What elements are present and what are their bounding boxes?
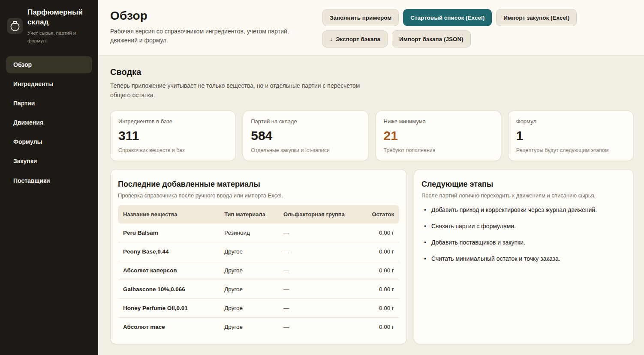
bottom-panels: Последние добавленные материалы Проверка… [110,169,634,344]
material-type: Другое [219,261,278,280]
material-type: Резиноид [219,224,278,242]
stat-value: 21 [384,128,493,143]
material-name: Peru Balsam [118,224,219,242]
stat-card-batches: Партий на складе 584 Отдельные закупки и… [243,110,368,161]
material-name: Galbascone 10%,0.066 [118,280,219,299]
page-header-text: Обзор Рабочая версия со справочником инг… [110,9,304,48]
table-row: Galbascone 10%,0.066 Другое — 0.00 г [118,280,399,299]
material-name: Абсолют каперсов [118,261,219,280]
material-olfactory-group: — [278,318,357,337]
next-steps-subtitle: После партий логично переходить к движен… [421,192,626,199]
app-title-block: Парфюмерный склад Учет сырья, партий и ф… [27,7,91,45]
sidebar-item[interactable]: Поставщики [6,172,92,189]
column-header-type: Тип материала [219,205,278,224]
materials-table-head: Название вещества Тип материала Ольфакто… [118,205,399,224]
table-row: Абсолют mace Другое — 0.00 г [118,318,399,337]
app-brand: Парфюмерный склад Учет сырья, партий и ф… [6,6,92,55]
material-stock: 0.00 г [357,280,399,299]
material-type: Другое [219,318,278,337]
app-title: Парфюмерный склад [27,7,91,27]
sidebar-item[interactable]: Ингредиенты [6,75,92,92]
materials-table: Название вещества Тип материала Ольфакто… [118,205,399,336]
page-title: Обзор [110,9,304,23]
starter-list-excel-button[interactable]: Стартовый список (Excel) [403,9,492,26]
materials-title: Последние добавленные материалы [118,180,399,189]
stat-label: Ниже минимума [384,118,493,125]
download-icon: ↓ [330,36,333,42]
stat-value: 311 [118,128,228,143]
material-name: Peony Base,0.44 [118,242,219,261]
export-backup-label: Экспорт бэкапа [336,36,380,42]
stat-card-below-minimum: Ниже минимума 21 Требуют пополнения [376,110,501,161]
sidebar-item[interactable]: Движения [6,114,92,131]
header-actions: Заполнить примером Стартовый список (Exc… [322,9,623,48]
material-type: Другое [219,242,278,261]
recent-materials-panel: Последние добавленные материалы Проверка… [110,169,407,344]
material-olfactory-group: — [278,242,357,261]
stat-note: Требуют пополнения [384,147,493,153]
material-type: Другое [219,299,278,318]
sidebar-item[interactable]: Формулы [6,133,92,150]
material-olfactory-group: — [278,299,357,318]
main-area: Обзор Рабочая версия со справочником инг… [98,0,644,355]
table-row: Honey Perfume Oil,0.01 Другое — 0.00 г [118,299,399,318]
page-header: Обзор Рабочая версия со справочником инг… [98,0,644,56]
stat-cards-row: Ингредиентов в базе 311 Справочник вещес… [110,110,634,161]
next-steps-title: Следующие этапы [421,180,626,189]
sidebar-item-label: Движения [13,119,43,126]
sidebar-item-label: Обзор [13,61,32,68]
material-stock: 0.00 г [357,224,399,242]
table-row: Абсолют каперсов Другое — 0.00 г [118,261,399,280]
summary-section: Сводка Теперь приложение учитывает не то… [110,67,634,161]
fill-example-button[interactable]: Заполнить примером [322,9,399,26]
material-stock: 0.00 г [357,318,399,337]
export-backup-button[interactable]: ↓ Экспорт бэкапа [322,30,388,48]
app-subtitle: Учет сырья, партий и формул [27,30,91,45]
summary-title: Сводка [110,67,634,77]
next-steps-list: Добавить приход и корректировки через жу… [421,206,626,263]
stat-card-formulas: Формул 1 Рецептуры будут следующим этапо… [508,110,634,161]
material-olfactory-group: — [278,261,357,280]
stat-note: Рецептуры будут следующим этапом [516,147,626,153]
material-type: Другое [219,280,278,299]
material-name: Абсолют mace [118,318,219,337]
stat-note: Справочник веществ и баз [118,147,228,153]
stat-label: Партий на складе [251,118,360,125]
material-stock: 0.00 г [357,261,399,280]
sidebar-item[interactable]: Обзор [6,56,92,73]
sidebar-item-label: Формулы [13,138,42,145]
import-backup-json-button[interactable]: Импорт бэкапа (JSON) [392,30,471,48]
import-purchases-excel-button[interactable]: Импорт закупок (Excel) [496,9,577,26]
stat-value: 584 [251,128,360,143]
stat-value: 1 [516,128,626,143]
materials-table-body: Peru Balsam Резиноид — 0.00 г Peony Base… [118,224,399,336]
column-header-stock: Остаток [357,205,399,224]
summary-subtitle: Теперь приложение учитывает не только ве… [110,81,372,100]
sidebar-item-label: Закупки [13,158,37,164]
stat-label: Ингредиентов в базе [118,118,228,125]
material-olfactory-group: — [278,280,357,299]
list-item: Считать минимальный остаток и точку зака… [424,255,626,263]
list-item: Связать партии с формулами. [424,222,626,230]
sidebar: Парфюмерный склад Учет сырья, партий и ф… [0,0,98,355]
sidebar-item-label: Ингредиенты [13,81,53,87]
page-subtitle: Рабочая версия со справочником ингредиен… [110,27,304,45]
sidebar-item-label: Поставщики [13,177,50,184]
stat-note: Отдельные закупки и lot-записи [251,147,360,153]
material-olfactory-group: — [278,224,357,242]
material-stock: 0.00 г [357,299,399,318]
table-row: Peony Base,0.44 Другое — 0.00 г [118,242,399,261]
material-name: Honey Perfume Oil,0.01 [118,299,219,318]
stat-label: Формул [516,118,626,125]
column-header-group: Ольфакторная группа [278,205,357,224]
material-stock: 0.00 г [357,242,399,261]
sidebar-nav: Обзор Ингредиенты Партии Движения Формул… [6,56,92,189]
sidebar-item[interactable]: Партии [6,95,92,112]
list-item: Добавить поставщиков и закупки. [424,239,626,247]
sidebar-item-label: Партии [13,100,35,107]
stat-card-ingredients: Ингредиентов в базе 311 Справочник вещес… [110,110,236,161]
perfume-bottle-icon [7,18,23,34]
column-header-name: Название вещества [118,205,219,224]
next-steps-panel: Следующие этапы После партий логично пер… [414,169,634,344]
sidebar-item[interactable]: Закупки [6,152,92,170]
